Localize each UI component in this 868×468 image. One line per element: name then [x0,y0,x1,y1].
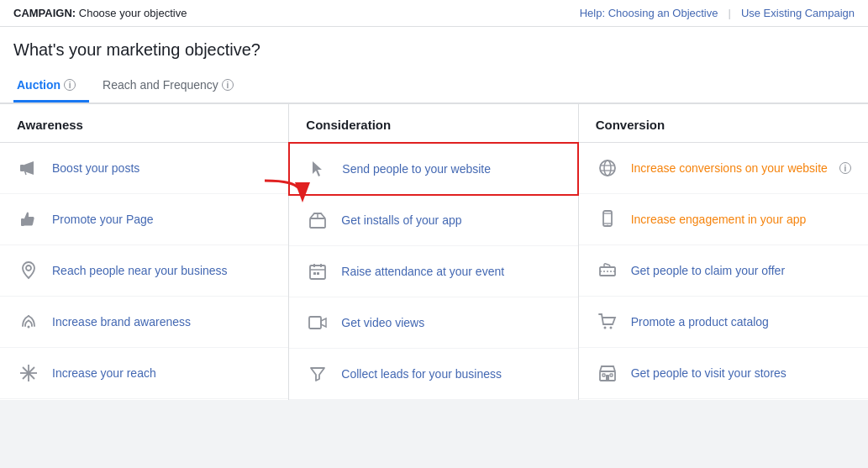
item-event-attendance[interactable]: Raise attendance at your event [289,246,577,297]
svg-point-2 [26,266,31,271]
tabs: Auction i Reach and Frequency i [13,70,855,103]
conversion-header: Conversion [579,104,868,143]
globe-icon [596,156,619,180]
svg-rect-18 [309,317,321,329]
help-link[interactable]: Help: Choosing an Objective [580,7,718,19]
columns-container: Awareness Boost your posts [0,103,868,400]
top-bar: CAMPAIGN: Choose your objective Help: Ch… [0,0,868,27]
store-icon [596,361,619,385]
svg-point-3 [28,326,30,329]
item-app-engagement[interactable]: Increase engagement in your app [579,194,868,245]
svg-rect-0 [20,165,24,171]
campaign-label: CAMPAIGN: Choose your objective [13,7,187,19]
svg-point-19 [600,160,615,176]
awareness-header: Awareness [0,104,288,143]
column-consideration: Consideration Send people to your websit… [289,104,578,400]
signal-icon [17,310,40,334]
svg-point-8 [27,371,30,375]
item-product-catalog[interactable]: Promote a product catalog [579,297,868,348]
cursor-icon [307,157,330,181]
cart-icon [596,310,619,334]
column-awareness: Awareness Boost your posts [0,104,289,400]
item-boost-posts[interactable]: Boost your posts [0,143,288,194]
svg-rect-1 [21,218,24,226]
location-icon [17,259,40,282]
item-increase-reach[interactable]: Increase your reach [0,348,288,399]
svg-point-26 [607,225,608,227]
tab-reach-frequency[interactable]: Reach and Frequency i [99,70,247,103]
filter-icon [306,362,329,386]
svg-rect-33 [602,374,605,376]
phone-icon [596,208,619,231]
item-collect-leads[interactable]: Collect leads for your business [289,349,577,400]
use-existing-link[interactable]: Use Existing Campaign [741,7,855,19]
page-title: What's your marketing objective? [13,40,855,60]
svg-rect-34 [610,374,613,376]
calendar-icon [306,260,329,283]
reach-frequency-info-icon[interactable]: i [222,79,234,91]
top-bar-links: Help: Choosing an Objective | Use Existi… [580,7,855,19]
conversion-info-icon[interactable]: i [839,162,851,174]
item-send-website[interactable]: Send people to your website [288,142,578,196]
item-video-views[interactable]: Get video views [289,297,577,349]
consideration-header: Consideration [289,104,577,143]
megaphone-icon [17,156,40,180]
auction-info-icon[interactable]: i [64,79,76,91]
item-visit-stores[interactable]: Get people to visit your stores [579,348,868,399]
tag-icon [596,259,619,282]
svg-point-20 [604,160,611,176]
svg-point-29 [603,327,606,329]
item-increase-conversions[interactable]: Increase conversions on your website i [579,143,868,194]
item-reach-near[interactable]: Reach people near your business [0,245,288,297]
main-content: Awareness Boost your posts [0,103,868,400]
svg-rect-16 [313,272,316,275]
svg-rect-17 [317,272,319,275]
thumbsup-icon [17,208,40,231]
box-icon [306,208,329,232]
svg-point-30 [609,327,612,329]
column-conversion: Conversion Increase conversions on your … [579,104,868,400]
svg-rect-32 [606,375,609,381]
item-brand-awareness[interactable]: Increase brand awareness [0,297,288,348]
item-claim-offer[interactable]: Get people to claim your offer [579,245,868,297]
svg-rect-9 [310,218,325,228]
snowflake-icon [17,361,40,385]
play-icon [306,311,329,334]
page-title-bar: What's your marketing objective? Auction… [0,27,868,103]
tab-auction[interactable]: Auction i [13,70,89,103]
item-promote-page[interactable]: Promote your Page [0,194,288,245]
item-app-installs[interactable]: Get installs of your app [289,195,577,246]
